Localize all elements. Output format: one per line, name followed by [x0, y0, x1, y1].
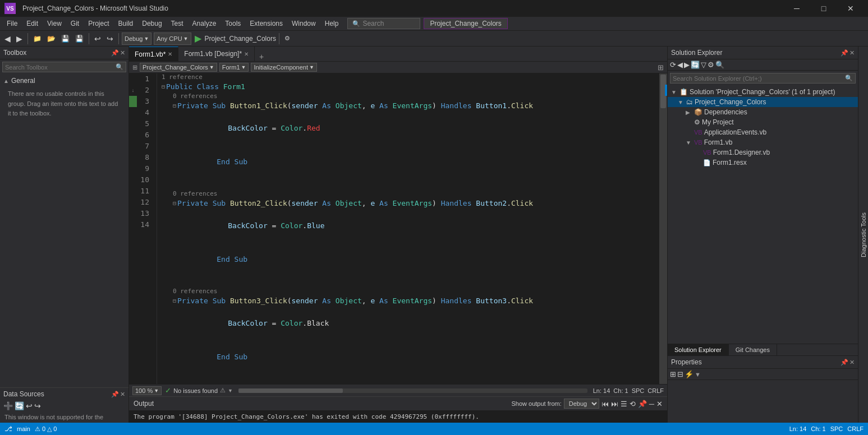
minimize-button[interactable]: ─ [784, 0, 810, 17]
se-form1resx-item[interactable]: 📄 Form1.resx [668, 158, 858, 168]
code-line-12[interactable]: End Sub [162, 340, 655, 374]
tab-form1-vb[interactable]: Form1.vb* ✕ [129, 47, 178, 61]
redo-btn[interactable]: ↪ [104, 32, 116, 45]
toolbar-save-all-btn[interactable]: 💾 [73, 32, 86, 45]
ds-refresh-btn[interactable]: 🔄 [15, 401, 24, 410]
tab-add-btn[interactable]: + [256, 52, 267, 61]
collapse-indicator-2[interactable]: ⊟ [173, 100, 176, 112]
code-line-8[interactable]: End Sub [162, 243, 655, 276]
right-scroll-track[interactable] [659, 73, 667, 384]
se-project-item[interactable]: ▼ 🗂 Project_Change_Colors [668, 97, 858, 107]
platform-dropdown[interactable]: Any CPU ▼ [154, 33, 191, 45]
prop-events-btn[interactable]: ⚡ [685, 370, 694, 378]
se-sync-btn[interactable]: ⟳ [670, 61, 676, 69]
toolbox-search-box[interactable]: 🔍 [2, 62, 126, 72]
se-myproject-item[interactable]: ⚙ My Project [668, 117, 858, 127]
prop-sort-btn[interactable]: ⊟ [677, 370, 683, 378]
toolbox-section-header[interactable]: ▲ General [3, 77, 125, 85]
tab-form1-design[interactable]: Form1.vb [Design]* ✕ [178, 47, 255, 61]
menu-build[interactable]: Build [114, 17, 138, 31]
menu-debug[interactable]: Debug [137, 17, 166, 31]
menu-help[interactable]: Help [320, 17, 343, 31]
collapse-indicator-10[interactable]: ⊟ [173, 295, 176, 307]
menu-git[interactable]: Git [66, 17, 84, 31]
code-line-2[interactable]: ⊟ Private Sub Button1_Click(sender As Ob… [162, 100, 655, 112]
tab-close-1[interactable]: ✕ [168, 51, 172, 57]
output-btn-1[interactable]: ⏮ [601, 400, 609, 408]
collapse-indicator-1[interactable]: ⊟ [162, 81, 165, 92]
ds-redo-btn[interactable]: ↪ [34, 401, 41, 410]
toolbar-new-project-btn[interactable]: 📁 [31, 32, 44, 45]
se-tab-solution[interactable]: Solution Explorer [668, 344, 729, 355]
prop-pin-btn[interactable]: 📌 [841, 359, 848, 366]
output-pin-btn[interactable]: 📌 [638, 400, 647, 408]
ds-add-btn[interactable]: ➕ [3, 401, 13, 410]
se-form1designer-item[interactable]: VB Form1.Designer.vb [668, 147, 858, 158]
h-scrollbar[interactable] [238, 388, 587, 393]
menu-extensions[interactable]: Extensions [245, 17, 287, 31]
menu-view[interactable]: View [43, 17, 66, 31]
toolbar-save-btn[interactable]: 💾 [59, 32, 72, 45]
code-line-10[interactable]: ⊟ Private Sub Button3_Click(sender As Ob… [162, 295, 655, 307]
undo-btn[interactable]: ↩ [92, 32, 103, 45]
se-search-input[interactable] [673, 75, 845, 82]
toolbox-search-input[interactable] [5, 64, 116, 71]
output-minimize-btn[interactable]: ─ [649, 400, 654, 408]
menu-file[interactable]: File [2, 17, 22, 31]
se-refresh-btn[interactable]: 🔄 [691, 61, 700, 69]
code-line-6[interactable]: ⊟ Private Sub Button2_Click(sender As Ob… [162, 198, 655, 209]
menu-analyze[interactable]: Analyze [188, 17, 221, 31]
breadcrumb-form[interactable]: Form1 ▼ [219, 63, 249, 72]
se-dependencies-item[interactable]: ▶ 📦 Dependencies [668, 107, 858, 117]
se-solution-item[interactable]: ▼ 📋 Solution 'Project_Change_Colors' (1 … [668, 87, 858, 97]
se-filter-btn[interactable]: ▽ [701, 61, 706, 69]
toolbar-open-btn[interactable]: 📂 [45, 32, 58, 45]
output-close-btn[interactable]: ✕ [656, 400, 663, 408]
se-form1-item[interactable]: ▼ VB Form1.vb [668, 137, 858, 147]
se-search-box[interactable]: 🔍 [670, 73, 856, 84]
code-line-5[interactable] [162, 179, 655, 190]
close-button[interactable]: ✕ [838, 0, 864, 17]
prop-extra-btn[interactable]: ▼ [695, 370, 701, 378]
code-line-11[interactable]: BackColor = Color.Black [162, 307, 655, 340]
output-source-select[interactable]: Debug [564, 399, 599, 409]
code-line-13[interactable]: End Class [162, 374, 655, 384]
tab-close-2[interactable]: ✕ [244, 51, 249, 57]
toolbox-close-btn[interactable]: ✕ [120, 49, 125, 57]
menu-test[interactable]: Test [167, 17, 188, 31]
toolbar-forward-btn[interactable]: ▶ [14, 32, 25, 45]
menu-project[interactable]: Project [84, 17, 113, 31]
se-back-btn[interactable]: ◀ [677, 61, 683, 69]
prop-grid-btn[interactable]: ⊞ [670, 370, 676, 378]
toolbar-extra-btn[interactable]: ⚙ [282, 32, 292, 45]
code-line-3[interactable]: BackColor = Color.Red [162, 112, 655, 145]
search-menu-box[interactable]: 🔍 Search [347, 18, 420, 29]
breadcrumb-project[interactable]: Project_Change_Colors ▼ [140, 63, 217, 72]
output-clear-btn[interactable]: ☰ [621, 400, 627, 408]
se-search-btn[interactable]: 🔍 [715, 61, 724, 69]
se-pin-btn[interactable]: 📌 [841, 49, 848, 57]
collapse-indicator-6[interactable]: ⊟ [173, 198, 176, 209]
run-button[interactable]: ▶ [192, 33, 204, 44]
data-sources-pin-btn[interactable]: 📌 [111, 391, 119, 398]
diagnostic-tools-sidebar[interactable]: Diagnostic Tools [858, 47, 868, 423]
toolbar-back-btn[interactable]: ◀ [2, 32, 13, 45]
code-line-7[interactable]: BackColor = Color.Blue [162, 209, 655, 243]
debug-config-dropdown[interactable]: Debug ▼ [122, 33, 151, 45]
zoom-dropdown[interactable]: 100 % ▼ [132, 386, 162, 395]
ds-undo-btn[interactable]: ↩ [26, 401, 33, 410]
menu-window[interactable]: Window [287, 17, 320, 31]
code-text-area[interactable]: 1 reference ⊟ Public Class Form1 0 refer… [157, 73, 659, 384]
se-tab-git[interactable]: Git Changes [729, 344, 777, 355]
code-line-1[interactable]: ⊟ Public Class Form1 [162, 81, 655, 92]
breadcrumb-method[interactable]: InitializeComponent ▼ [251, 63, 317, 72]
se-forward-btn[interactable]: ▶ [684, 61, 690, 69]
menu-tools[interactable]: Tools [221, 17, 245, 31]
h-scrollbar-thumb[interactable] [238, 388, 343, 393]
code-line-9[interactable] [162, 276, 655, 288]
output-wrap-btn[interactable]: ⟲ [630, 400, 636, 408]
se-appevents-item[interactable]: VB ApplicationEvents.vb [668, 127, 858, 137]
restore-button[interactable]: □ [811, 0, 837, 17]
menu-edit[interactable]: Edit [22, 17, 43, 31]
se-settings-btn[interactable]: ⚙ [708, 61, 714, 69]
